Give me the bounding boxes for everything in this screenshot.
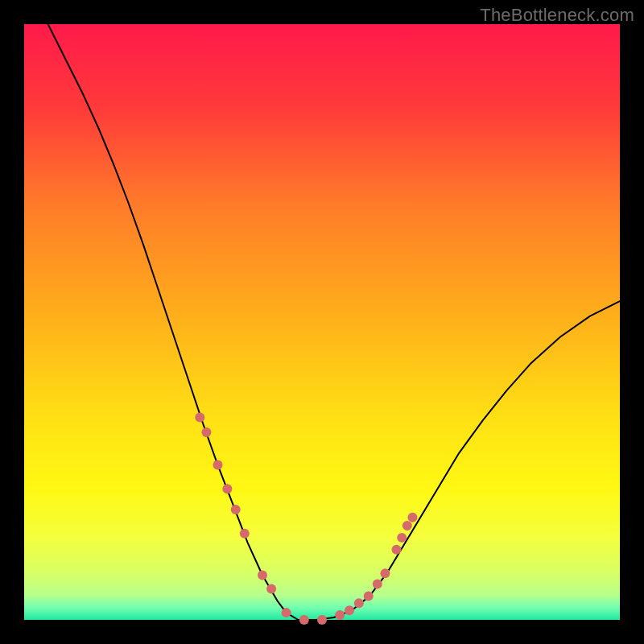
chart-wrapper: TheBottleneck.com [0, 0, 644, 644]
marker-dot [402, 521, 412, 530]
marker-dot [345, 605, 354, 615]
marker-dot [240, 529, 250, 539]
marker-dot [317, 615, 327, 625]
bottleneck-chart [0, 0, 644, 644]
marker-dot [397, 533, 407, 543]
marker-dot [231, 505, 241, 514]
marker-dot [213, 460, 223, 470]
marker-dot [354, 598, 364, 608]
marker-dot [364, 591, 374, 601]
marker-dot [407, 513, 417, 522]
marker-dot [258, 571, 267, 580]
marker-dot [335, 610, 345, 620]
marker-dot [392, 545, 402, 555]
marker-dot [266, 584, 276, 594]
plot-background [24, 24, 620, 620]
marker-dot [282, 608, 291, 617]
marker-dot [299, 615, 309, 625]
marker-dot [380, 568, 390, 578]
marker-dot [373, 580, 382, 589]
marker-dot [222, 484, 232, 493]
watermark-text: TheBottleneck.com [480, 5, 634, 26]
marker-dot [195, 412, 204, 422]
marker-dot [201, 427, 211, 437]
